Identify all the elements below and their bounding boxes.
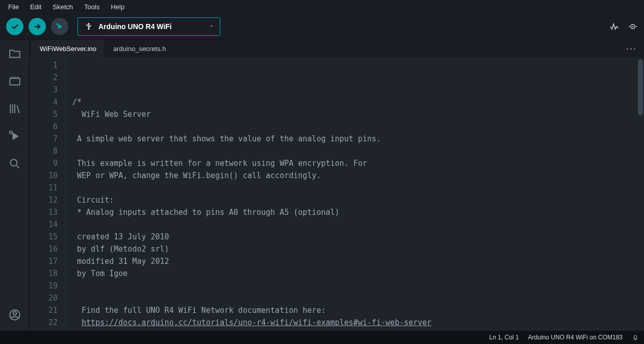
code-line[interactable]: Circuit: [72,194,644,206]
svg-rect-3 [10,79,20,85]
boards-manager-icon[interactable] [8,75,21,88]
code-line[interactable] [72,182,644,194]
line-number: 18 [30,267,58,280]
line-number: 19 [30,280,58,292]
svg-point-0 [57,23,58,24]
menu-file[interactable]: File [3,1,24,13]
board-name-label: Arduino UNO R4 WiFi [98,22,172,31]
check-icon [10,22,19,31]
menu-edit[interactable]: Edit [25,1,46,13]
status-board[interactable]: Arduino UNO R4 WiFi on COM183 [528,334,623,341]
code-line[interactable]: WiFi Web Server [72,108,644,120]
code-area[interactable]: /* WiFi Web Server A simple web server t… [66,57,644,331]
line-number: 7 [30,133,58,145]
line-number: 22 [30,316,58,329]
status-cursor[interactable]: Ln 1, Col 1 [490,334,519,341]
status-bar: Ln 1, Col 1 Arduino UNO R4 WiFi on COM18… [0,331,644,344]
editor-tabs: WiFiWebServer.ino arduino_secrets.h ··· [30,40,644,57]
svg-point-4 [9,131,12,134]
vertical-scrollbar[interactable] [638,59,643,115]
svg-point-2 [632,26,634,27]
code-line[interactable]: */ [72,329,644,331]
bell-icon[interactable] [632,334,639,341]
code-line[interactable] [72,292,644,304]
code-line[interactable]: modified 31 May 2012 [72,255,644,267]
serial-plotter-icon[interactable] [609,21,620,32]
upload-button[interactable] [29,18,46,35]
line-number: 4 [30,96,58,108]
line-number: 9 [30,157,58,169]
code-line[interactable]: This example is written for a network us… [72,157,644,169]
line-number: 6 [30,120,58,133]
arrow-right-icon [33,22,42,31]
tab-overflow-button[interactable]: ··· [619,40,644,57]
menu-help[interactable]: Help [106,1,130,13]
svg-point-5 [10,159,17,166]
line-number: 14 [30,218,58,231]
code-line[interactable] [72,120,644,133]
code-line[interactable] [72,145,644,157]
line-number: 8 [30,145,58,157]
line-number: 3 [30,84,58,96]
code-line[interactable]: Find the full UNO R4 WiFi Network docume… [72,304,644,316]
toolbar: Arduino UNO R4 WiFi [0,13,644,40]
menu-tools[interactable]: Tools [79,1,105,13]
code-line[interactable]: by Tom Igoe [72,267,644,280]
line-number: 5 [30,108,58,120]
line-gutter: 12345678910111213141516171819202122 [30,57,66,331]
line-number: 15 [30,231,58,243]
code-line[interactable]: * Analog inputs attached to pins A0 thro… [72,206,644,218]
line-number: 20 [30,292,58,304]
search-icon[interactable] [8,157,21,170]
serial-monitor-icon[interactable] [628,21,638,32]
code-line[interactable]: /* [72,96,644,108]
library-manager-icon[interactable] [8,102,21,115]
tab-wifiwebserver[interactable]: WiFiWebServer.ino [32,40,105,57]
debug-start-icon [55,22,64,31]
code-editor[interactable]: 12345678910111213141516171819202122 /* W… [30,57,644,331]
line-number: 2 [30,71,58,84]
line-number: 11 [30,182,58,194]
line-number: 12 [30,194,58,206]
menu-bar: File Edit Sketch Tools Help [0,0,644,13]
menu-sketch[interactable]: Sketch [47,1,78,13]
code-line[interactable] [72,218,644,231]
usb-icon [84,22,93,31]
account-icon[interactable] [8,308,21,322]
line-number: 10 [30,169,58,182]
code-line[interactable]: by dlf (Metodo2 srl) [72,243,644,255]
board-selector[interactable]: Arduino UNO R4 WiFi [78,17,220,36]
activity-bar [0,40,30,331]
code-line[interactable]: https://docs.arduino.cc/tutorials/uno-r4… [72,316,644,329]
debug-button[interactable] [51,18,68,35]
tab-arduino-secrets[interactable]: arduino_secrets.h [105,40,174,57]
line-number: 13 [30,206,58,218]
code-line[interactable] [72,280,644,292]
verify-button[interactable] [6,18,23,35]
explorer-icon[interactable] [8,47,21,60]
line-number: 16 [30,243,58,255]
line-number: 17 [30,255,58,267]
line-number: 1 [30,59,58,71]
line-number: 21 [30,304,58,316]
code-line[interactable]: WEP or WPA, change the WiFi.begin() call… [72,169,644,182]
code-line[interactable]: A simple web server that shows the value… [72,133,644,145]
chevron-down-icon [209,22,215,31]
debug-panel-icon[interactable] [8,130,21,143]
svg-point-7 [13,312,16,315]
code-line[interactable]: created 13 July 2010 [72,231,644,243]
